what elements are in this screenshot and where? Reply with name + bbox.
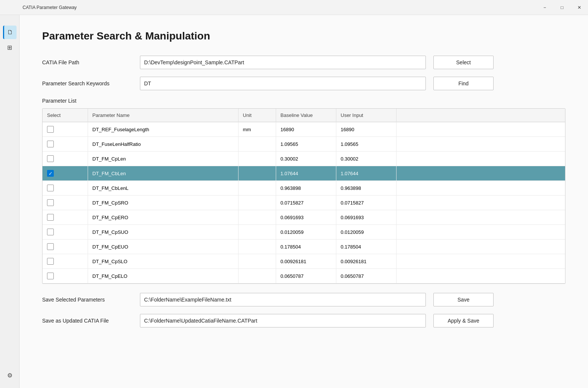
param-name-cell: DT_FM_CbLen	[88, 166, 238, 181]
table-row: DT_FM_CpSRO0.07158270.0715827	[43, 196, 565, 210]
param-baseline-cell: 0.0120059	[276, 225, 336, 239]
param-name-cell: DT_FM_CpLen	[88, 152, 238, 166]
main-wrapper: Parameter Search & Manipulation CATIA Fi…	[20, 0, 588, 388]
sidebar-item-document[interactable]: 🗋	[3, 26, 17, 39]
minimize-button[interactable]: −	[536, 0, 553, 15]
save-catia-row: Save as Updated CATIA File Apply & Save	[42, 314, 565, 327]
param-unit-cell: mm	[238, 122, 276, 137]
param-table: Select Parameter Name Unit Baseline Valu…	[43, 109, 565, 283]
sidebar-item-settings[interactable]: ⚙	[3, 368, 17, 382]
catia-file-path-row: CATIA File Path Select	[42, 56, 565, 69]
param-list-label: Parameter List	[42, 98, 565, 104]
checkbox-unchecked[interactable]	[47, 126, 54, 133]
sidebar-bottom: ⚙	[3, 368, 17, 382]
save-selected-label: Save Selected Parameters	[42, 297, 132, 303]
param-unit-cell	[238, 210, 276, 225]
param-user-input-cell[interactable]: 1.07644	[336, 166, 396, 181]
table-row: DT_FM_CpELO0.06507870.0650787	[43, 269, 565, 283]
param-name-cell: DT_FM_CpSRO	[88, 196, 238, 210]
param-unit-cell	[238, 239, 276, 254]
table-row: DT_FM_CbLen1.076441.07644	[43, 166, 565, 181]
param-user-input-cell[interactable]: 0.00926181	[336, 254, 396, 269]
checkbox-unchecked[interactable]	[47, 141, 54, 147]
param-name-cell: DT_FM_CpSUO	[88, 225, 238, 239]
table-row: DT_FM_CpSLO0.009261810.00926181	[43, 254, 565, 269]
find-button[interactable]: Find	[433, 77, 494, 90]
param-name-cell: DT_FM_CbLenL	[88, 181, 238, 196]
param-baseline-cell: 0.178504	[276, 239, 336, 254]
param-unit-cell	[238, 196, 276, 210]
param-baseline-cell: 0.963898	[276, 181, 336, 196]
table-row: DT_FM_CbLenL0.9638980.963898	[43, 181, 565, 196]
param-baseline-cell: 0.0691693	[276, 210, 336, 225]
param-user-input-cell[interactable]: 0.0715827	[336, 196, 396, 210]
checkbox-checked[interactable]	[47, 170, 54, 177]
col-header-unit: Unit	[238, 109, 276, 122]
bottom-section: Save Selected Parameters Save Save as Up…	[42, 293, 565, 327]
checkbox-unchecked[interactable]	[47, 185, 54, 191]
col-header-select: Select	[43, 109, 88, 122]
table-row: DT_FM_CpEUO0.1785040.178504	[43, 239, 565, 254]
param-unit-cell	[238, 254, 276, 269]
param-search-input[interactable]	[140, 77, 426, 90]
app-title: CATIA Parameter Gateway	[23, 5, 77, 10]
checkbox-unchecked[interactable]	[47, 258, 54, 265]
param-unit-cell	[238, 152, 276, 166]
param-baseline-cell: 1.07644	[276, 166, 336, 181]
checkbox-unchecked[interactable]	[47, 243, 54, 250]
param-user-input-cell[interactable]: 1.09565	[336, 137, 396, 152]
param-baseline-cell: 16890	[276, 122, 336, 137]
param-name-cell: DT_FM_CpEUO	[88, 239, 238, 254]
param-unit-cell	[238, 269, 276, 283]
checkbox-unchecked[interactable]	[47, 214, 54, 221]
col-header-baseline: Baseline Value	[276, 109, 336, 122]
save-selected-input[interactable]	[140, 293, 426, 306]
settings-icon: ⚙	[7, 372, 12, 379]
close-button[interactable]: ✕	[571, 0, 588, 15]
checkbox-unchecked[interactable]	[47, 155, 54, 162]
param-table-body: DT_REF_FuselageLengthmm1689016890DT_Fuse…	[43, 122, 565, 283]
save-button[interactable]: Save	[433, 293, 494, 306]
param-table-header: Select Parameter Name Unit Baseline Valu…	[43, 109, 565, 122]
param-baseline-cell: 0.0650787	[276, 269, 336, 283]
checkbox-unchecked[interactable]	[47, 229, 54, 235]
col-header-user-input: User Input	[336, 109, 396, 122]
param-name-cell: DT_FM_CpSLO	[88, 254, 238, 269]
catia-file-path-input[interactable]	[140, 56, 426, 69]
maximize-button[interactable]: □	[553, 0, 571, 15]
param-user-input-cell[interactable]: 0.0120059	[336, 225, 396, 239]
param-user-input-cell[interactable]: 0.0650787	[336, 269, 396, 283]
save-catia-label: Save as Updated CATIA File	[42, 318, 132, 324]
param-user-input-cell[interactable]: 0.0691693	[336, 210, 396, 225]
table-row: DT_FM_CpLen0.300020.30002	[43, 152, 565, 166]
param-unit-cell	[238, 225, 276, 239]
param-unit-cell	[238, 181, 276, 196]
table-row: DT_FuseLenHalfRatio1.095651.09565	[43, 137, 565, 152]
main-content: Parameter Search & Manipulation CATIA Fi…	[20, 15, 588, 388]
checkbox-unchecked[interactable]	[47, 273, 54, 279]
param-baseline-cell: 1.09565	[276, 137, 336, 152]
param-search-label: Parameter Search Keywords	[42, 80, 132, 86]
param-user-input-cell[interactable]: 0.178504	[336, 239, 396, 254]
page-title: Parameter Search & Manipulation	[42, 30, 565, 42]
param-baseline-cell: 0.30002	[276, 152, 336, 166]
select-button[interactable]: Select	[433, 56, 494, 69]
window-controls: − □ ✕	[536, 0, 588, 15]
param-search-row: Parameter Search Keywords Find	[42, 77, 565, 90]
param-user-input-cell[interactable]: 0.30002	[336, 152, 396, 166]
sidebar: ☰ 🗋 ⊞ ⚙	[0, 0, 20, 388]
sidebar-item-grid[interactable]: ⊞	[3, 41, 17, 54]
col-header-param-name: Parameter Name	[88, 109, 238, 122]
grid-icon: ⊞	[7, 44, 12, 51]
param-user-input-cell[interactable]: 16890	[336, 122, 396, 137]
checkbox-unchecked[interactable]	[47, 199, 54, 206]
document-icon: 🗋	[7, 29, 13, 36]
param-name-cell: DT_FM_CpERO	[88, 210, 238, 225]
param-name-cell: DT_FuseLenHalfRatio	[88, 137, 238, 152]
save-catia-input[interactable]	[140, 314, 426, 327]
param-unit-cell	[238, 137, 276, 152]
param-unit-cell	[238, 166, 276, 181]
apply-save-button[interactable]: Apply & Save	[433, 314, 494, 327]
param-user-input-cell[interactable]: 0.963898	[336, 181, 396, 196]
catia-file-path-label: CATIA File Path	[42, 59, 132, 65]
